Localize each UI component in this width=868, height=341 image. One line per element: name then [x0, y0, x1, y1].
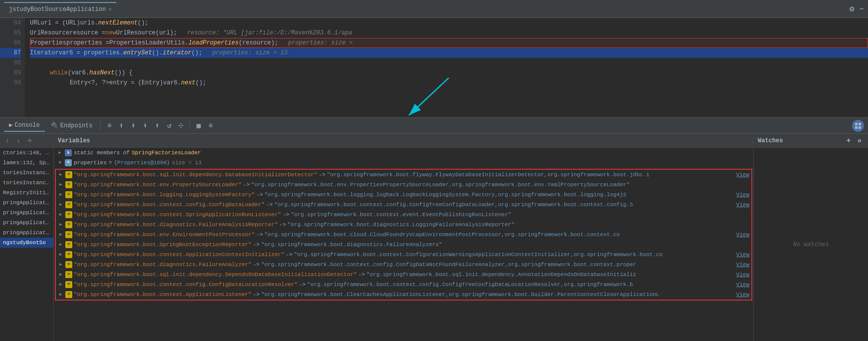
props-extra: size = 13	[172, 158, 201, 168]
prop-view-2[interactable]: View	[736, 190, 749, 200]
prop-row-7[interactable]: ▶ = "org.springframework.boot.SpringBoot…	[56, 240, 751, 250]
svg-rect-4	[855, 126, 858, 129]
sidebar-items: ctories:148, Sp lames:132, Spri toriesIn…	[0, 148, 53, 341]
sidebar-item-7[interactable]: pringApplicatio	[0, 218, 53, 228]
toolbar-btn-5[interactable]: ⬆	[152, 120, 163, 131]
properties-row[interactable]: ▶ = properties = {Properties@1896} size …	[54, 158, 753, 168]
sidebar-item-9[interactable]: ngstudyBootSo	[0, 238, 53, 248]
prop-row-0[interactable]: ▶ = "org.springframework.boot.sql.init.d…	[56, 170, 751, 180]
prop-row-2[interactable]: ▶ = "org.springframework.boot.logging.Lo…	[56, 190, 751, 200]
sidebar-item-1[interactable]: lames:132, Spri	[0, 158, 53, 168]
prop-view-0[interactable]: View	[736, 170, 749, 180]
prop-expand-10: ▶	[58, 272, 64, 278]
prop-expand-3: ▶	[58, 202, 64, 208]
sidebar-item-5[interactable]: pringApplicatio	[0, 198, 53, 208]
prop-row-6[interactable]: ▶ = "org.springframework.boot.env.Enviro…	[56, 230, 751, 240]
console-label: Console	[14, 122, 39, 129]
toolbar-btn-9[interactable]: ≡	[205, 120, 216, 131]
prop-expand-5: ▶	[58, 222, 64, 228]
prop-row-10[interactable]: ▶ = "org.springframework.boot.sql.init.d…	[56, 270, 751, 280]
prop-row-8[interactable]: ▶ = "org.springframework.boot.context.Ap…	[56, 250, 751, 260]
line-88: 88	[0, 58, 21, 68]
toolbar-btn-3[interactable]: ⬇	[128, 120, 139, 131]
no-watches-text: No watches	[793, 241, 829, 248]
prop-view-12[interactable]: View	[736, 290, 749, 300]
sidebar-up-btn[interactable]: ↑	[3, 136, 12, 145]
code-line-87: Iterator var6 = properties. entrySet ().…	[30, 48, 868, 58]
prop-view-9[interactable]: View	[736, 260, 749, 270]
prop-expand-0: ▶	[58, 172, 64, 178]
prop-icon-0: =	[65, 171, 72, 178]
properties-list: ▶ = "org.springframework.boot.sql.init.d…	[55, 169, 752, 301]
prop-icon-11: =	[65, 281, 72, 288]
code-line-84: URL url = (URL)urls. nextElement ();	[30, 18, 868, 28]
variables-header: Variables	[54, 134, 753, 148]
toolbar-btn-8[interactable]: ▦	[193, 120, 204, 131]
left-sidebar: ↑ ↓ ⊹ ctories:148, Sp lames:132, Spri to…	[0, 134, 54, 341]
console-tab[interactable]: ▶ Console	[4, 119, 45, 132]
watches-expand-btn[interactable]: »	[855, 136, 864, 145]
svg-rect-5	[859, 126, 861, 129]
sidebar-filter-btn[interactable]: ⊹	[25, 136, 34, 145]
sidebar-item-2[interactable]: toriesInstances	[0, 168, 53, 178]
prop-view-11[interactable]: View	[736, 280, 749, 290]
tab-label: jstudyBootSourceApplication	[9, 6, 106, 13]
sidebar-item-4[interactable]: RegistryInitiali	[0, 188, 53, 198]
gear-icon[interactable]: ⚙	[850, 4, 855, 14]
code-gutter: 84 85 86 87 88 89 90	[0, 18, 25, 117]
static-class: SpringFactoriesLoader	[132, 148, 201, 158]
prop-icon-2: =	[65, 191, 72, 198]
endpoints-tab[interactable]: 🔌 Endpoints	[46, 120, 98, 131]
prop-view-8[interactable]: View	[736, 250, 749, 260]
tab-close-icon[interactable]: ✕	[108, 6, 112, 12]
toolbar-btn-2[interactable]: ⬆	[116, 120, 127, 131]
svg-rect-2	[855, 123, 858, 125]
prop-row-4[interactable]: ▶ = "org.springframework.boot.context.Sp…	[56, 210, 751, 220]
variables-panel: Variables ▶ s static members of SpringFa…	[54, 134, 753, 341]
sidebar-item-6[interactable]: pringApplicatio	[0, 208, 53, 218]
prop-view-6[interactable]: View	[736, 230, 749, 240]
props-value: {Properties@1896}	[114, 158, 170, 168]
expand-arrow-props: ▶	[57, 160, 63, 166]
svg-rect-3	[859, 123, 861, 125]
prop-view-3[interactable]: View	[736, 200, 749, 210]
prop-icon-8: =	[65, 251, 72, 258]
prop-row-9[interactable]: ▶ = "org.springframework.boot.diagnostic…	[56, 260, 751, 270]
code-line-90: Entry<?, ?> entry = (Entry)var6. next ()…	[30, 78, 868, 88]
static-icon: s	[65, 149, 72, 156]
prop-expand-1: ▶	[58, 182, 64, 188]
expand-arrow-static: ▶	[57, 150, 63, 156]
toolbar-btn-7[interactable]: ⊹	[175, 120, 186, 131]
endpoints-label: Endpoints	[60, 122, 93, 129]
sidebar-item-3[interactable]: toriesInstances	[0, 178, 53, 188]
prop-icon-12: =	[65, 291, 72, 298]
prop-row-12[interactable]: ▶ = "org.springframework.boot.context.Ap…	[56, 290, 751, 300]
editor-tab[interactable]: jstudyBootSourceApplication ✕	[4, 2, 117, 16]
toolbar-btn-4[interactable]: ⬇	[140, 120, 151, 131]
watches-add-btn[interactable]: +	[844, 136, 853, 145]
watches-panel: Watches + » No watches	[753, 134, 868, 341]
prop-row-11[interactable]: ▶ = "org.springframework.boot.context.co…	[56, 280, 751, 290]
prop-expand-7: ▶	[58, 242, 64, 248]
prop-view-10[interactable]: View	[736, 270, 749, 280]
toolbar-btn-6[interactable]: ↺	[164, 120, 174, 131]
line-85: 85	[0, 28, 21, 38]
prop-row-1[interactable]: ▶ = "org.springframework.boot.env.Proper…	[56, 180, 751, 190]
sidebar-down-btn[interactable]: ↓	[14, 136, 23, 145]
sidebar-item-8[interactable]: pringApplicatio	[0, 228, 53, 238]
line-84: 84	[0, 18, 21, 28]
console-icon: ▶	[9, 121, 12, 129]
prop-icon-4: =	[65, 211, 72, 218]
prop-row-3[interactable]: ▶ = "org.springframework.boot.context.co…	[56, 200, 751, 210]
prop-row-5[interactable]: ▶ = "org.springframework.boot.diagnostic…	[56, 220, 751, 230]
static-label: static members of	[74, 148, 130, 158]
code-line-86: Properties properties = PropertiesLoader…	[30, 38, 868, 48]
static-members-row[interactable]: ▶ s static members of SpringFactoriesLoa…	[54, 148, 753, 158]
sidebar-item-0[interactable]: ctories:148, Sp	[0, 148, 53, 158]
prop-expand-2: ▶	[58, 192, 64, 198]
minimize-icon[interactable]: –	[859, 4, 864, 13]
prop-expand-9: ▶	[58, 262, 64, 268]
separator-1	[100, 121, 101, 131]
toolbar-btn-1[interactable]: ≡	[104, 120, 115, 131]
code-line-85: UrlResource resource = new UrlResource (…	[30, 28, 868, 38]
